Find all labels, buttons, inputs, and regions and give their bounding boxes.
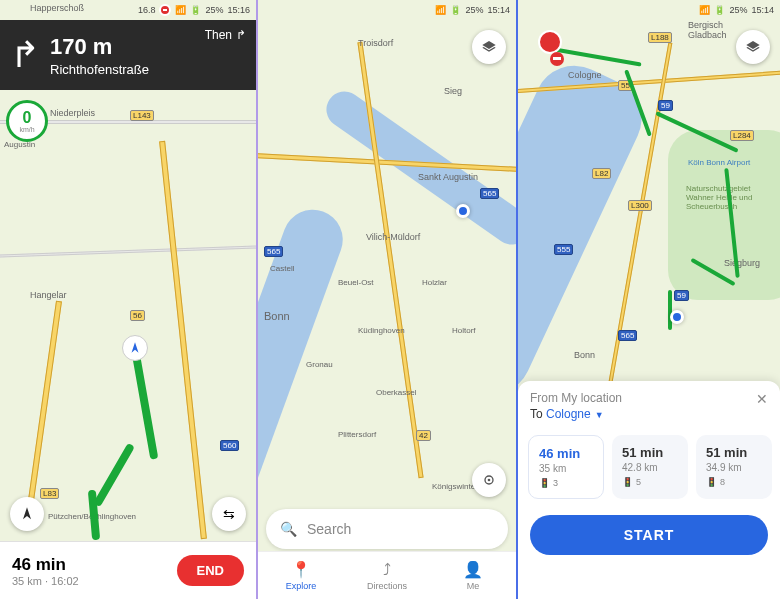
map-label: Plittersdorf [338,430,376,439]
road-shield: 565 [264,246,283,257]
no-entry-icon [550,52,564,66]
map-label: Oberkassel [376,388,416,397]
current-location-dot [670,310,684,324]
trip-distance-eta: 35 km · 16:02 [12,575,177,587]
map-label: Beuel-Ost [338,278,374,287]
route-option[interactable]: 51 min 42.8 km 5 [612,435,688,499]
trip-summary-bar[interactable]: 46 min 35 km · 16:02 END [0,541,256,599]
explore-map-panel: Troisdorf Sieg Sankt Augustin Vilich-Mül… [258,0,518,599]
road-shield: 565 [618,330,637,341]
route-option[interactable]: 46 min 35 km 3 [528,435,604,499]
map-label: Hangelar [30,290,67,300]
map-label: Troisdorf [358,38,393,48]
status-bar: 📶🔋25%15:14 [258,0,516,20]
map-label: Niederpleis [50,108,95,118]
route-to[interactable]: To Cologne▼ [530,407,768,421]
map-label: Königswinter [432,482,478,491]
current-location-dot [456,204,470,218]
next-turn-street: Richthofenstraße [50,62,246,77]
route-from: From My location [530,391,768,405]
map-label: Bonn [264,310,290,322]
option-distance: 35 km [539,463,593,474]
map-layers-button[interactable] [472,30,506,64]
option-traffic-lights: 5 [622,477,678,487]
turn-right-icon: ↱ [10,37,40,73]
nav-label: Directions [367,581,407,591]
close-button[interactable]: ✕ [756,391,768,407]
route-options-list: 46 min 35 km 3 51 min 42.8 km 5 51 min 3… [518,429,780,505]
road-shield: 42 [416,430,431,441]
status-bar: 📶🔋25%15:14 [518,0,780,20]
option-distance: 42.8 km [622,462,678,473]
end-navigation-button[interactable]: END [177,555,244,586]
option-duration: 51 min [706,445,762,460]
nav-tab-me[interactable]: 👤 Me [430,552,516,599]
route-option[interactable]: 51 min 34.9 km 8 [696,435,772,499]
chevron-down-icon: ▼ [595,410,604,420]
option-traffic-lights: 3 [539,478,593,488]
locate-me-button[interactable] [472,463,506,497]
speed-unit: km/h [19,126,34,133]
road-shield: 59 [658,100,673,111]
road-shield: 555 [554,244,573,255]
recenter-button[interactable] [10,497,44,531]
search-bar[interactable]: 🔍 Search [266,509,508,549]
map-label: Küdinghoven [358,326,405,335]
road-shield: 565 [480,188,499,199]
navigation-active-panel: Happerschoß Niederpleis Augustin Hangela… [0,0,258,599]
road-shield: 560 [220,440,239,451]
map-label: Bonn [574,350,595,360]
option-duration: 51 min [622,445,678,460]
bottom-nav-bar: 📍 Explore ⤴ Directions 👤 Me [258,551,516,599]
map-layers-button[interactable] [736,30,770,64]
map-label: Sankt Augustin [418,172,478,182]
speed-indicator: 0 km/h [6,100,48,142]
route-options-button[interactable]: ⇆ [212,497,246,531]
route-planning-panel: Bergisch Gladbach Cologne Köln Bonn Airp… [518,0,780,599]
speed-value: 0 [23,110,32,126]
road-shield: 59 [674,290,689,301]
option-distance: 34.9 km [706,462,762,473]
road-shield: L188 [648,32,672,43]
svg-point-1 [488,479,491,482]
map-label: Bergisch Gladbach [688,20,727,40]
road-shield: L82 [592,168,611,179]
road-shield: L83 [40,488,59,499]
route-line [93,443,135,508]
nav-label: Me [467,581,480,591]
nav-tab-directions[interactable]: ⤴ Directions [344,552,430,599]
route-sheet[interactable]: From My location To Cologne▼ ✕ 46 min 35… [518,381,780,599]
map-label: Holtorf [452,326,476,335]
start-navigation-button[interactable]: START [530,515,768,555]
option-traffic-lights: 8 [706,477,762,487]
profile-icon: 👤 [463,560,483,579]
map-label: Holzlar [422,278,447,287]
search-icon: 🔍 [280,521,297,537]
map-label: Gronau [306,360,333,369]
no-entry-icon [159,4,171,16]
map-label: Vilich-Müldorf [366,232,420,242]
road-shield: L284 [730,130,754,141]
map-label: Cologne [568,70,602,80]
search-placeholder: Search [307,521,351,537]
trip-duration: 46 min [12,555,177,575]
map-label: Sieg [444,86,462,96]
map-label: Köln Bonn Airport [688,158,750,167]
nav-label: Explore [286,581,317,591]
navigation-instruction-banner[interactable]: ↱ 170 m Richthofenstraße Then↱ [0,20,256,90]
option-duration: 46 min [539,446,593,461]
nav-tab-explore[interactable]: 📍 Explore [258,552,344,599]
explore-icon: 📍 [291,560,311,579]
destination-marker [538,30,562,54]
current-location-marker [122,335,148,361]
road-shield: 56 [130,310,145,321]
road-shield: L143 [130,110,154,121]
status-bar: 16.8 📶🔋 25% 15:16 [0,0,256,20]
then-instruction: Then↱ [205,28,246,42]
map-label: Castell [270,264,294,273]
route-endpoints[interactable]: From My location To Cologne▼ ✕ [518,381,780,429]
road-shield: L300 [628,200,652,211]
map-label: Naturschutzgebiet Wahner Heide und Scheu… [686,184,752,211]
directions-icon: ⤴ [383,561,391,579]
map-label: Siegburg [724,258,760,268]
